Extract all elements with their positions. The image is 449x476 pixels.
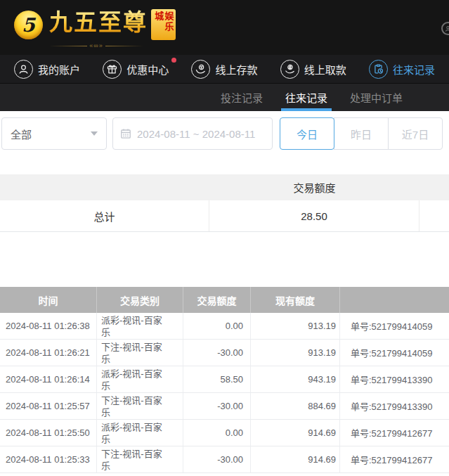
summary-table: 交易额度 总计 28.50: [0, 174, 449, 232]
nav-item-transaction-records[interactable]: 往来记录: [369, 60, 435, 79]
nav-item-withdraw[interactable]: 线上取款: [280, 60, 346, 79]
today-button[interactable]: 今日: [280, 117, 334, 150]
cell-time: 2024-08-11 01:26:21: [0, 340, 96, 366]
summary-total-row: 总计 28.50: [0, 200, 449, 232]
tab-processing-orders[interactable]: 处理中订单: [346, 84, 407, 111]
cell-amount: -30.00: [183, 393, 250, 419]
nav-item-promotions[interactable]: 优惠中心: [103, 60, 169, 79]
cell-order: 单号:521799412677: [339, 446, 449, 472]
cell-order: 单号:521799413390: [339, 393, 449, 419]
table-row: 2024-08-11 01:25:50 派彩-视讯-百家乐 0.00 914.6…: [0, 420, 449, 446]
cell-amount: -30.00: [183, 340, 250, 366]
cell-balance: 914.69: [250, 420, 339, 446]
yesterday-button[interactable]: 昨日: [334, 117, 389, 150]
last-7-days-button[interactable]: 近7日: [388, 117, 443, 150]
cell-time: 2024-08-11 01:25:57: [0, 393, 96, 419]
summary-header-amount: 交易额度: [209, 174, 419, 200]
cell-type: 下注-视讯-百家乐: [96, 393, 183, 419]
cell-balance: 943.19: [250, 366, 339, 392]
cell-balance: 913.19: [250, 340, 339, 366]
nav-item-label: 线上存款: [215, 62, 257, 77]
summary-header-row: 交易额度: [0, 174, 449, 200]
calendar-icon: [120, 128, 131, 139]
cell-type: 下注-视讯-百家乐: [96, 446, 183, 472]
brand-name: 九五至尊: [49, 9, 148, 35]
table-row: 2024-08-11 01:26:21 下注-视讯-百家乐 -30.00 913…: [0, 340, 449, 366]
date-range-value: 2024-08-11 ~ 2024-08-11: [137, 128, 255, 140]
cell-type: 派彩-视讯-百家乐: [96, 313, 183, 339]
cell-order: 单号:521799412677: [339, 420, 449, 446]
nav-item-label: 我的账户: [38, 62, 80, 77]
nav-item-label: 优惠中心: [126, 62, 169, 77]
withdraw-icon: [280, 60, 299, 79]
user-circle-icon[interactable]: [441, 22, 449, 35]
col-header-balance: 现有额度: [250, 287, 339, 313]
main-nav: 我的账户 优惠中心 线上存款 线上取款 往来记录: [0, 55, 449, 83]
notification-dot: [171, 58, 176, 63]
type-select-value: 全部: [11, 127, 32, 141]
records-table: 时间 交易类别 交易额度 现有额度 2024-08-11 01:26:38 派彩…: [0, 287, 449, 473]
records-icon: [369, 60, 388, 79]
nav-item-label: 往来记录: [393, 62, 435, 77]
brand-logo[interactable]: 5 九五至尊 娱乐城 «∞»: [14, 9, 176, 49]
brand-flourish-ornament: «∞»: [49, 43, 143, 49]
nav-item-label: 线上取款: [304, 62, 346, 77]
cell-amount: 58.50: [183, 366, 250, 392]
col-header-amount: 交易额度: [183, 287, 250, 313]
deposit-icon: [191, 60, 210, 79]
cell-balance: 884.69: [250, 393, 339, 419]
col-header-type: 交易类别: [96, 287, 183, 313]
summary-header-empty: [0, 174, 209, 200]
cell-amount: -30.00: [183, 446, 250, 472]
chevron-down-icon: [91, 131, 98, 136]
table-row: 2024-08-11 01:25:33 下注-视讯-百家乐 -30.00 914…: [0, 446, 449, 473]
cell-amount: 0.00: [183, 313, 250, 339]
site-header: 5 九五至尊 娱乐城 «∞»: [0, 0, 449, 55]
brand-logo-glyph: 5: [22, 14, 35, 36]
cell-order: 单号:521799413390: [339, 366, 449, 392]
quick-range-buttons: 今日 昨日 近7日: [280, 117, 443, 150]
cell-order: 单号:521799414059: [339, 313, 449, 339]
tab-transaction-records[interactable]: 往来记录: [281, 84, 332, 111]
filter-bar: 全部 2024-08-11 ~ 2024-08-11 今日 昨日 近7日: [0, 111, 449, 156]
cell-order: 单号:521799414059: [339, 340, 449, 366]
table-row: 2024-08-11 01:26:38 派彩-视讯-百家乐 0.00 913.1…: [0, 313, 449, 340]
cell-time: 2024-08-11 01:26:14: [0, 366, 96, 392]
sub-nav: 投注记录 往来记录 处理中订单: [0, 83, 449, 111]
cell-time: 2024-08-11 01:25:33: [0, 446, 96, 472]
col-header-time: 时间: [0, 287, 96, 313]
cell-type: 派彩-视讯-百家乐: [96, 366, 183, 392]
gift-icon: [103, 60, 122, 79]
summary-total-value: 28.50: [209, 200, 419, 231]
summary-total-label: 总计: [0, 200, 209, 231]
tab-bet-records[interactable]: 投注记录: [216, 84, 267, 111]
cell-amount: 0.00: [183, 420, 250, 446]
table-row: 2024-08-11 01:25:57 下注-视讯-百家乐 -30.00 884…: [0, 393, 449, 420]
cell-type: 派彩-视讯-百家乐: [96, 420, 183, 446]
brand-logo-icon: 5: [14, 11, 43, 39]
brand-badge: 娱乐城: [151, 9, 176, 40]
cell-balance: 913.19: [250, 313, 339, 339]
type-select[interactable]: 全部: [1, 117, 107, 150]
cell-balance: 914.69: [250, 446, 339, 472]
nav-item-my-account[interactable]: 我的账户: [14, 60, 80, 79]
table-body: 2024-08-11 01:26:38 派彩-视讯-百家乐 0.00 913.1…: [0, 313, 449, 473]
col-header-order: [339, 287, 449, 313]
nav-item-deposit[interactable]: 线上存款: [191, 60, 257, 79]
cell-time: 2024-08-11 01:26:38: [0, 313, 96, 339]
cell-time: 2024-08-11 01:25:50: [0, 420, 96, 446]
user-icon: [14, 60, 33, 79]
table-row: 2024-08-11 01:26:14 派彩-视讯-百家乐 58.50 943.…: [0, 366, 449, 393]
cell-type: 下注-视讯-百家乐: [96, 340, 183, 366]
date-range-input[interactable]: 2024-08-11 ~ 2024-08-11: [112, 117, 273, 150]
table-header-row: 时间 交易类别 交易额度 现有额度: [0, 287, 449, 313]
